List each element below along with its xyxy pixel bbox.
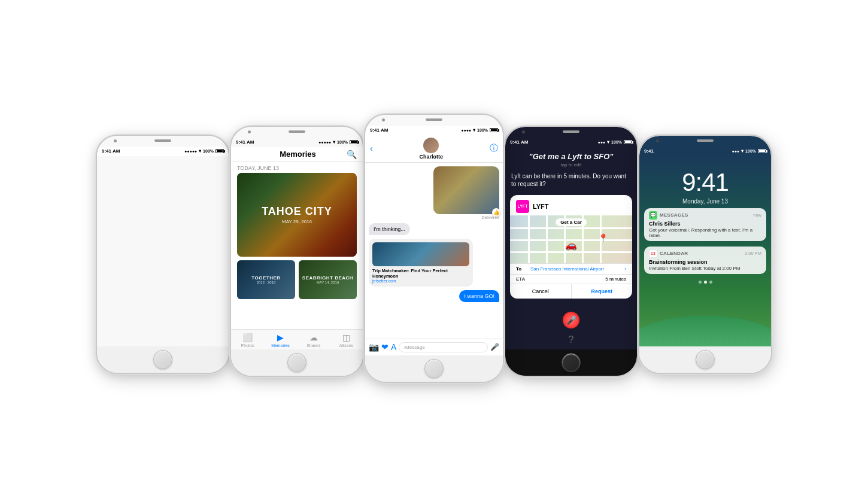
siri-response-text: Lyft can be there in 5 minutes. Do you w… [511, 172, 631, 188]
status-icons-2: ●●●●● ▾ 100% [318, 139, 358, 145]
phone-top-bar-5 [639, 136, 771, 147]
status-bar-1: 9:41 AM ●●●●● ▾ 100% [97, 147, 229, 156]
search-icon[interactable]: 🔍 [347, 150, 357, 159]
car-icon: 🚗 [565, 239, 577, 251]
calendar-notif-body: Invitation From Ben Stott Today at 2:00 … [649, 266, 761, 271]
phone-photos: 9:41 AM ●●●●● ▾ 100% Memories 🔍 T [230, 126, 364, 377]
photos-tab-icon: ⬜ [242, 333, 253, 342]
page-dot-3 [709, 281, 712, 284]
camera-icon[interactable]: 📷 [369, 342, 379, 352]
siri-mic-area: 🎤 [505, 308, 637, 332]
lock-screen-bg: 9:41 Monday, June 13 💬 MESSAGES now Chri… [639, 156, 771, 346]
memories-grid: TOGETHER 2012 · 2016 SEABRIGHT BEACH MAY… [237, 260, 357, 299]
siri-screen: 9:41 AM ●●● ▾ 100% "Get me a Lyft to SFO… [505, 138, 637, 349]
calendar-notif-title: Brainstorming session [649, 259, 761, 265]
lyft-card: LYFT LYFT Get a Car [510, 195, 632, 299]
lyft-map: Get a Car 🚗 📍 [510, 215, 632, 263]
memory-grid-1[interactable]: TOGETHER 2012 · 2016 [237, 260, 295, 299]
destination-value: San Francisco International Airport [530, 266, 622, 272]
battery-icon-2 [350, 140, 358, 144]
phone-top-bar-4 [505, 127, 637, 138]
info-button[interactable]: ⓘ [490, 143, 498, 154]
siri-response: Lyft can be there in 5 minutes. Do you w… [505, 170, 637, 190]
apps-icon[interactable]: ❤ [381, 342, 389, 352]
battery-pct-5: 100% [745, 149, 756, 153]
signal-2: ●●●●● [318, 140, 331, 144]
imessage-placeholder: iMessage [404, 345, 424, 350]
phone-bottom-4 [505, 349, 637, 376]
phone-top-bar-1 [97, 136, 229, 147]
notification-calendar[interactable]: 13 CALENDAR 2:00 PM Brainstorming sessio… [644, 247, 766, 274]
memory-overlay-2: SEABRIGHT BEACH MAY 14, 2016 [299, 260, 357, 299]
memory-title-1: TOGETHER [251, 275, 280, 281]
lock-time: 9:41 [639, 168, 771, 197]
memories-tab-label: Memories [271, 343, 290, 348]
phone-top-bar-3 [365, 115, 503, 126]
tab-photos[interactable]: ⬜ Photos [231, 333, 264, 348]
contact-info: Charlotte [420, 138, 444, 160]
tab-shared[interactable]: ☁ Shared [297, 333, 330, 348]
status-icons-1: ●●●●● ▾ 100% [184, 148, 224, 154]
mic-icon[interactable]: 🎤 [490, 343, 499, 351]
lyft-logo: LYFT [516, 200, 529, 213]
like-reaction: 👍 [492, 208, 500, 217]
wifi-5: ▾ [741, 148, 743, 154]
tab-memories[interactable]: ▶ Memories [264, 333, 297, 348]
phone-bottom-1 [97, 346, 229, 373]
camera-dot-1 [114, 139, 117, 142]
status-time-1: 9:41 AM [102, 148, 120, 154]
memory-date-1: 2012 · 2016 [257, 281, 276, 284]
tap-to-edit[interactable]: tap to edit [511, 162, 631, 168]
siri-help-icon[interactable]: ? [505, 334, 637, 345]
request-button[interactable]: Request [572, 284, 633, 299]
back-button[interactable]: ‹ [370, 144, 373, 153]
contact-name: Charlotte [420, 154, 444, 160]
messages-notif-title: Chris Sillers [649, 221, 761, 227]
status-time-5: 9:41 [644, 148, 654, 154]
status-icons-5: ●●● ▾ 100% [732, 148, 766, 154]
siri-mic-button[interactable]: 🎤 [563, 312, 579, 328]
camera-dot-5 [656, 139, 659, 142]
lyft-actions: Cancel Request [510, 284, 632, 299]
messages-header: ‹ Charlotte ⓘ [365, 135, 503, 163]
phone-bottom-2 [231, 349, 363, 376]
link-card-message[interactable]: Trip Matchmaker: Find Your Perfect Honey… [369, 239, 473, 287]
memories-main-card[interactable]: TAHOE CITY MAY 29, 2016 [237, 173, 357, 257]
messages-notif-body: Got your voicemail. Responding with a te… [649, 227, 761, 238]
destination-arrow: › [624, 266, 626, 272]
signal-5: ●●● [732, 149, 739, 153]
sent-message-1: I wanna GO! [459, 290, 499, 302]
phone-siri: 9:41 AM ●●● ▾ 100% "Get me a Lyft to SFO… [504, 126, 638, 377]
home-button-2[interactable] [287, 353, 306, 372]
memories-content: TODAY, JUNE 13 TAHOE CITY MAY 29, 2016 [231, 162, 363, 329]
appstore-icon[interactable]: A [391, 342, 396, 352]
home-button-3[interactable] [424, 359, 444, 378]
camera-dot-2 [248, 130, 251, 133]
memory-grid-2[interactable]: SEABRIGHT BEACH MAY 14, 2016 [299, 260, 357, 299]
tab-albums[interactable]: ◫ Albums [330, 333, 363, 348]
notif-app-row-1: 💬 MESSAGES now [649, 211, 761, 220]
memories-tab-icon: ▶ [277, 333, 284, 342]
home-button-4[interactable] [562, 353, 581, 372]
lyft-eta-row: ETA 5 minutes [510, 274, 632, 284]
page-dot-2 [704, 281, 707, 284]
cancel-button[interactable]: Cancel [510, 284, 572, 299]
memories-title: Memories [249, 150, 347, 159]
imessage-input[interactable]: iMessage [399, 342, 488, 352]
messages-app-icon: 💬 [649, 211, 657, 220]
page-dots [639, 281, 771, 284]
home-button-1[interactable] [153, 350, 172, 369]
notification-messages[interactable]: 💬 MESSAGES now Chris Sillers Got your vo… [644, 208, 766, 241]
maps-screen: 9:41 AM ●●●●● ▾ 100% [97, 147, 229, 346]
phone-bottom-5 [639, 346, 771, 373]
calendar-app-icon: 13 [649, 249, 657, 258]
notif-app-row-2: 13 CALENDAR 2:00 PM [649, 249, 761, 258]
phones-container: 9:41 AM ●●●●● ▾ 100% [0, 0, 868, 496]
calendar-day-number: 13 [651, 251, 655, 255]
calendar-app-name: CALENDAR [660, 251, 745, 256]
sent-image-message: 👍 [433, 166, 499, 214]
albums-tab-icon: ◫ [342, 333, 350, 342]
status-time-3: 9:41 AM [370, 127, 388, 133]
battery-pct-1: 100% [203, 149, 214, 153]
home-button-5[interactable] [696, 350, 715, 369]
